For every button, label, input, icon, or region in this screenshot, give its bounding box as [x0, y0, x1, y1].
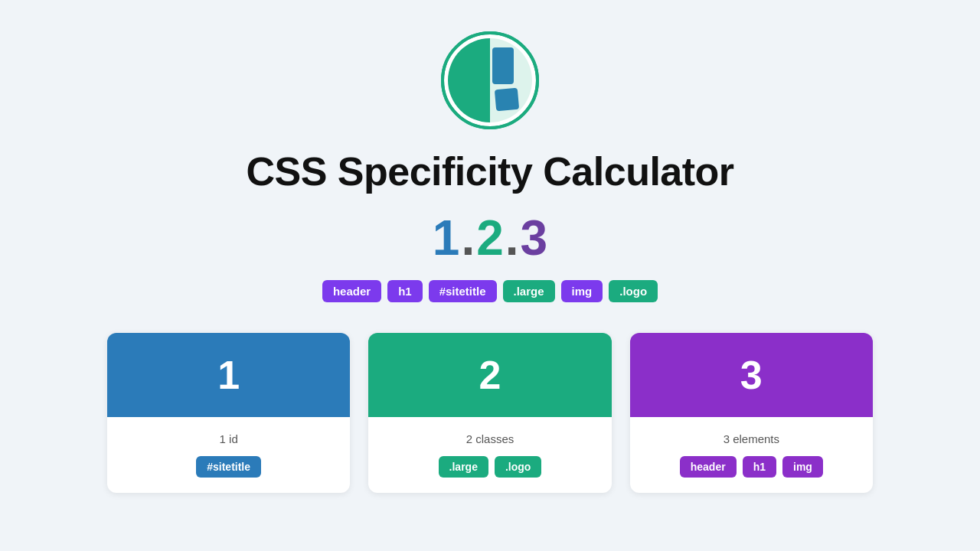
card-number: 1 — [107, 333, 350, 417]
card-tag: .large — [439, 456, 488, 478]
specificity-score: 1 . 2 . 3 — [433, 210, 547, 266]
card-number: 2 — [368, 333, 611, 417]
score-ids: 1 — [433, 210, 460, 266]
card-body: 1 id#sitetitle — [107, 417, 350, 493]
selector-tag: .logo — [609, 280, 658, 302]
app-logo — [440, 31, 540, 133]
card-tag: h1 — [743, 456, 776, 478]
card-tags: #sitetitle — [196, 456, 261, 478]
card-tags: headerh1img — [680, 456, 823, 478]
card-tags: .large.logo — [439, 456, 542, 478]
selector-tag: img — [561, 280, 603, 302]
selector-tag: #sitetitle — [429, 280, 497, 302]
card-tag: img — [782, 456, 823, 478]
score-classes: 2 — [476, 210, 504, 266]
card-label: 1 id — [220, 432, 238, 445]
score-dot-2: . — [505, 210, 519, 266]
card-tag: header — [680, 456, 737, 478]
cards-row: 11 id#sitetitle22 classes.large.logo33 e… — [107, 333, 873, 493]
selector-tag: .large — [503, 280, 555, 302]
specificity-card: 33 elementsheaderh1img — [630, 333, 873, 493]
selector-tags-row: headerh1#sitetitle.largeimg.logo — [322, 280, 658, 302]
card-label: 3 elements — [724, 432, 779, 445]
card-number: 3 — [630, 333, 873, 417]
card-tag: #sitetitle — [196, 456, 261, 478]
selector-tag: h1 — [387, 280, 423, 302]
score-elements: 3 — [521, 210, 548, 266]
score-dot-1: . — [461, 210, 475, 266]
selector-tag: header — [322, 280, 381, 302]
card-tag: .logo — [495, 456, 541, 478]
page-title: CSS Specificity Calculator — [246, 148, 733, 194]
card-label: 2 classes — [466, 432, 514, 445]
card-body: 3 elementsheaderh1img — [630, 417, 873, 493]
card-body: 2 classes.large.logo — [368, 417, 611, 493]
specificity-card: 22 classes.large.logo — [368, 333, 611, 493]
specificity-card: 11 id#sitetitle — [107, 333, 350, 493]
